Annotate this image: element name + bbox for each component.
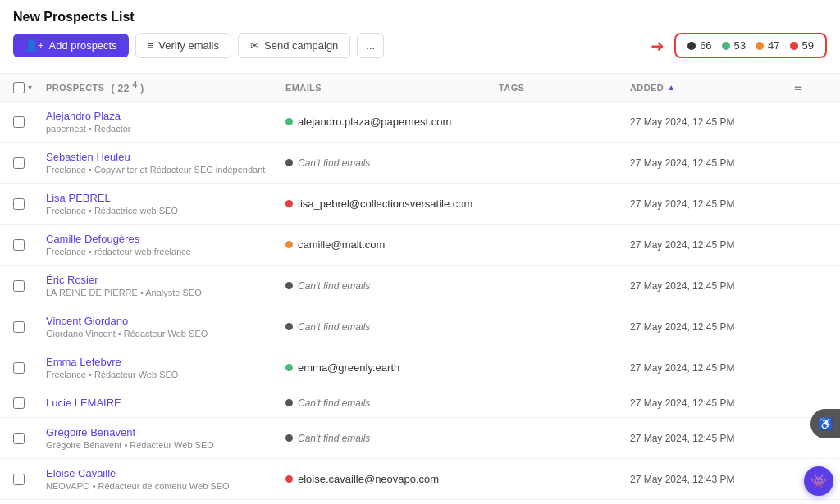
prospect-sub: Giordano Vincent • Rédacteur Web SEO	[46, 329, 285, 338]
prospect-name-link[interactable]: Lucie LEMAIRE	[46, 397, 121, 409]
row-checkbox-cell	[13, 321, 46, 333]
row-checkbox[interactable]	[13, 397, 25, 409]
table-row: Lisa PEBRELFreelance • Rédactrice web SE…	[0, 184, 840, 225]
row-checkbox[interactable]	[13, 116, 25, 128]
email-cell: Can't find emails	[285, 433, 499, 444]
prospect-sub: Freelance • Copywriter et Rédacteur SEO …	[46, 165, 285, 175]
email-cell: emma@greenly.earth	[285, 361, 499, 374]
prospect-name-link[interactable]: Eloise Cavaillé	[46, 467, 116, 479]
email-status-dot	[285, 200, 293, 207]
row-checkbox[interactable]	[13, 321, 25, 333]
add-prospects-label: Add prospects	[49, 39, 117, 52]
row-checkbox-cell	[13, 280, 46, 292]
arrow-indicator: ➜	[651, 36, 664, 56]
stat-green-count: 53	[734, 39, 746, 52]
prospect-name-link[interactable]: Camille Defougères	[46, 233, 139, 245]
added-date-cell: 27 May 2024, 12:43 PM	[630, 474, 794, 485]
prospect-sub: Freelance • Rédacteur Web SEO	[46, 370, 285, 379]
row-checkbox[interactable]	[13, 280, 25, 292]
more-options-button[interactable]: ...	[357, 33, 384, 58]
row-checkbox[interactable]	[13, 433, 25, 444]
checkbox-dropdown-icon[interactable]: ▾	[28, 83, 32, 92]
th-prospects-count: ( 22 4 )	[111, 80, 144, 94]
verify-emails-icon: ≡	[148, 39, 154, 52]
prospect-name-link[interactable]: Emma Lefebvre	[46, 356, 121, 368]
email-status-dot	[285, 159, 293, 166]
header-checkbox-area[interactable]: ▾	[13, 82, 46, 93]
stat-orange: 47	[756, 39, 779, 52]
prospect-sub: Freelance • rédacteur web freelance	[46, 247, 285, 257]
toolbar: 👤+ Add prospects ≡ Verify emails ✉ Send …	[13, 33, 827, 66]
table-row: Alejandro Plazapapernest • Redactoraleja…	[0, 102, 840, 143]
row-checkbox-cell	[13, 239, 46, 251]
th-tags-label: TAGS	[499, 83, 524, 93]
row-checkbox-cell	[13, 116, 46, 128]
email-text: Can't find emails	[298, 397, 370, 409]
prospect-sub: Grégoire Bénavent • Rédacteur Web SEO	[46, 440, 285, 450]
table-row: Emma LefebvreFreelance • Rédacteur Web S…	[0, 347, 840, 388]
row-checkbox[interactable]	[13, 157, 25, 169]
prospect-name-link[interactable]: Lisa PEBREL	[46, 192, 111, 204]
row-checkbox[interactable]	[13, 239, 25, 251]
th-filter[interactable]: ⚌	[794, 82, 827, 93]
row-checkbox-cell	[13, 474, 46, 485]
th-tags: TAGS	[499, 83, 630, 93]
prospect-cell: Eloise CavailléNEOVAPO • Rédacteur de co…	[46, 467, 285, 491]
row-checkbox[interactable]	[13, 474, 25, 485]
email-cell: eloise.cavaille@neovapo.com	[285, 473, 499, 485]
added-date-cell: 27 May 2024, 12:45 PM	[630, 433, 794, 444]
verify-emails-label: Verify emails	[158, 39, 219, 52]
prospect-name-link[interactable]: Vincent Giordano	[46, 315, 128, 327]
table-row: Éric RosierLA REINE DE PIERRE • Analyste…	[0, 266, 840, 306]
verify-emails-button[interactable]: ≡ Verify emails	[135, 33, 231, 58]
prospect-cell: Lisa PEBRELFreelance • Rédactrice web SE…	[46, 192, 285, 216]
stat-green: 53	[722, 39, 746, 52]
prospect-name-link[interactable]: Éric Rosier	[46, 274, 98, 286]
email-text: Can't find emails	[298, 157, 370, 169]
row-checkbox-cell	[13, 198, 46, 210]
prospect-sub: NEOVAPO • Rédacteur de contenu Web SEO	[46, 481, 285, 491]
prospect-name-link[interactable]: Grégoire Bénavent	[46, 426, 135, 438]
th-prospects-label: PROSPECTS	[46, 83, 104, 93]
email-status-dot	[285, 475, 293, 483]
sort-arrow-icon: ▲	[667, 83, 675, 92]
email-status-dot	[285, 241, 293, 248]
th-added[interactable]: ADDED ▲	[630, 83, 794, 93]
prospect-sub: Freelance • Rédactrice web SEO	[46, 206, 285, 216]
send-campaign-button[interactable]: ✉ Send campaign	[238, 33, 350, 58]
prospect-cell: Lucie LEMAIRE	[46, 397, 285, 409]
prospect-cell: Emma LefebvreFreelance • Rédacteur Web S…	[46, 356, 285, 379]
email-cell: lisa_pebrel@collectionsversatile.com	[285, 198, 499, 210]
th-emails: EMAILS	[285, 83, 499, 93]
prospect-name-link[interactable]: Sebastien Heuleu	[46, 151, 130, 163]
th-prospects: PROSPECTS ( 22 4 )	[46, 80, 285, 94]
table-body: Alejandro Plazapapernest • Redactoraleja…	[0, 102, 840, 500]
table-row: Camille DefougèresFreelance • rédacteur …	[0, 225, 840, 266]
prospect-name-link[interactable]: Alejandro Plaza	[46, 110, 121, 122]
prospect-sub: LA REINE DE PIERRE • Analyste SEO	[46, 288, 285, 297]
stat-red: 59	[790, 39, 814, 52]
accessibility-widget[interactable]: ♿	[810, 409, 840, 438]
filter-icon[interactable]: ⚌	[794, 82, 802, 93]
email-status-dot	[285, 434, 293, 442]
email-text: eloise.cavaille@neovapo.com	[298, 473, 439, 485]
chat-widget[interactable]: 👾	[804, 466, 833, 496]
add-prospects-button[interactable]: 👤+ Add prospects	[13, 34, 129, 57]
stat-green-dot	[722, 42, 730, 50]
email-text: camille@malt.com	[298, 238, 385, 251]
row-checkbox-cell	[13, 362, 46, 374]
email-text: Can't find emails	[298, 280, 370, 292]
row-checkbox[interactable]	[13, 198, 25, 210]
select-all-checkbox[interactable]	[13, 82, 25, 93]
row-checkbox-cell	[13, 157, 46, 169]
stat-dark-count: 66	[700, 39, 711, 52]
prospect-cell: Camille DefougèresFreelance • rédacteur …	[46, 233, 285, 257]
added-date-cell: 27 May 2024, 12:45 PM	[630, 280, 794, 292]
email-text: lisa_pebrel@collectionsversatile.com	[298, 198, 472, 210]
stat-orange-dot	[756, 42, 764, 50]
added-date-cell: 27 May 2024, 12:45 PM	[630, 362, 794, 374]
email-cell: Can't find emails	[285, 280, 499, 292]
table-row: Vincent GiordanoGiordano Vincent • Rédac…	[0, 306, 840, 347]
row-checkbox[interactable]	[13, 362, 25, 374]
stats-container: 66 53 47 59	[674, 33, 827, 58]
